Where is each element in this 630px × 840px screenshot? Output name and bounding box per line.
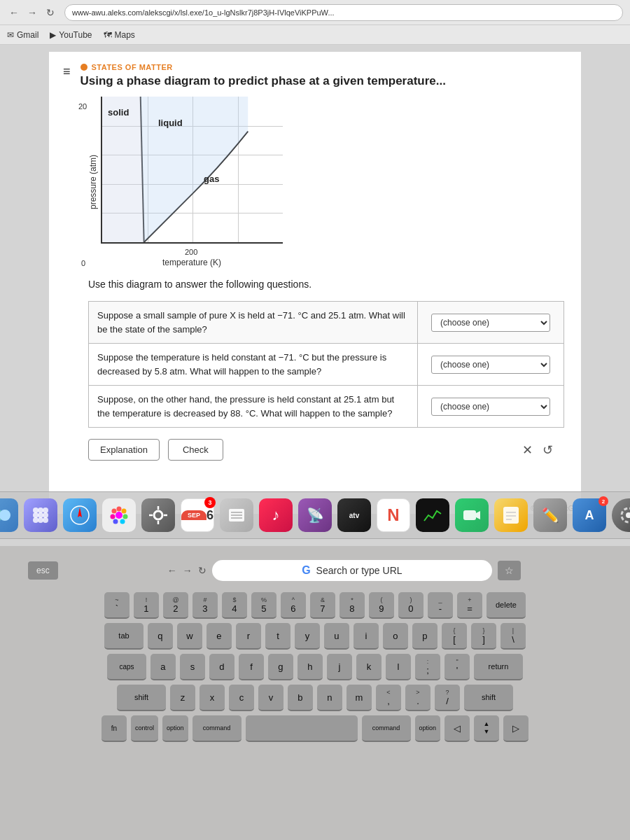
dock-icon-translate[interactable]: A 2 xyxy=(573,498,606,532)
key-command-right[interactable]: command xyxy=(362,715,411,742)
dock-icon-stocks[interactable] xyxy=(416,498,449,532)
refresh-button[interactable]: ↻ xyxy=(43,6,57,20)
dock-icon-appletv[interactable]: atv xyxy=(337,498,371,532)
key-l[interactable]: l xyxy=(386,654,411,680)
key-z[interactable]: z xyxy=(170,685,195,711)
key-caps[interactable]: caps xyxy=(107,654,146,680)
bottom-actions-row: Explanation Check ✕ ↺ xyxy=(88,439,567,461)
key-command-left[interactable]: command xyxy=(192,715,241,742)
key-arrow-right[interactable]: ▷ xyxy=(503,715,528,742)
key-semicolon[interactable]: :; xyxy=(415,654,440,680)
key-control[interactable]: control xyxy=(131,715,158,742)
keyboard-row-1: ~` !1 @2 #3 $4 %5 ^6 &7 *8 (9 )0 _- += d… xyxy=(102,592,528,619)
dock-icon-textedit[interactable]: ✏️ xyxy=(533,498,567,532)
x-mark-icon[interactable]: ✕ xyxy=(522,442,533,458)
key-k[interactable]: k xyxy=(356,654,382,680)
key-arrow-updown[interactable]: ▲ ▼ xyxy=(474,715,499,742)
key-fn[interactable]: fn xyxy=(102,715,127,742)
key-2[interactable]: @2 xyxy=(163,592,188,619)
key-tab[interactable]: tab xyxy=(104,623,144,650)
key-comma[interactable]: <, xyxy=(376,685,401,711)
key-w[interactable]: w xyxy=(177,623,202,650)
key-p[interactable]: p xyxy=(412,623,438,650)
key-option-right[interactable]: option xyxy=(415,715,441,742)
q2-dropdown[interactable]: (choose one) It will freeze. It will mel… xyxy=(431,356,550,374)
key-9[interactable]: (9 xyxy=(369,592,394,619)
dock-icon-system-prefs[interactable] xyxy=(141,498,175,532)
key-delete[interactable]: delete xyxy=(486,592,526,619)
undo-icon[interactable]: ↺ xyxy=(542,442,553,458)
key-4[interactable]: $4 xyxy=(222,592,247,619)
key-n[interactable]: n xyxy=(317,685,342,711)
key-s[interactable]: s xyxy=(180,654,205,680)
bookmark-maps[interactable]: 🗺 Maps xyxy=(104,30,135,40)
key-5[interactable]: %5 xyxy=(251,592,276,619)
key-v[interactable]: v xyxy=(258,685,284,711)
key-3[interactable]: #3 xyxy=(192,592,218,619)
key-d[interactable]: d xyxy=(209,654,234,680)
key-equals[interactable]: += xyxy=(457,592,482,619)
key-slash[interactable]: ?/ xyxy=(435,685,460,711)
key-minus[interactable]: _- xyxy=(428,592,453,619)
esc-key[interactable]: esc xyxy=(28,561,58,580)
key-e[interactable]: e xyxy=(206,623,232,650)
back-button[interactable]: ← xyxy=(7,6,21,20)
key-quote[interactable]: "' xyxy=(444,654,470,680)
key-shift-right[interactable]: shift xyxy=(464,685,513,711)
key-shift-left[interactable]: shift xyxy=(117,685,166,711)
dock-icon-facetime[interactable] xyxy=(455,498,489,532)
key-i[interactable]: i xyxy=(354,623,379,650)
key-arrow-left[interactable]: ◁ xyxy=(444,715,470,742)
key-return[interactable]: return xyxy=(474,654,523,680)
explanation-button[interactable]: Explanation xyxy=(88,439,160,461)
key-option-left[interactable]: option xyxy=(162,715,188,742)
dock-icon-settings[interactable] xyxy=(612,498,630,532)
key-rbracket[interactable]: }] xyxy=(471,623,496,650)
dock-icon-safari[interactable] xyxy=(63,498,97,532)
check-button[interactable]: Check xyxy=(168,439,223,461)
bookmark-youtube[interactable]: ▶ YouTube xyxy=(50,30,92,40)
key-m[interactable]: m xyxy=(346,685,372,711)
dock-icon-calendar[interactable]: SEP 6 3 xyxy=(181,498,214,532)
key-h[interactable]: h xyxy=(298,654,323,680)
key-t[interactable]: t xyxy=(265,623,290,650)
key-tilde[interactable]: ~` xyxy=(104,592,130,619)
key-u[interactable]: u xyxy=(324,623,349,650)
key-q[interactable]: q xyxy=(148,623,173,650)
bookmark-gmail[interactable]: ✉ Gmail xyxy=(7,30,38,40)
dock-icon-podcasts[interactable]: 📡 xyxy=(298,498,332,532)
key-j[interactable]: j xyxy=(327,654,352,680)
dock-icon-finder[interactable] xyxy=(0,498,18,532)
key-period[interactable]: >. xyxy=(405,685,430,711)
key-backslash[interactable]: |\ xyxy=(500,623,526,650)
key-7[interactable]: &7 xyxy=(310,592,335,619)
key-lbracket[interactable]: {[ xyxy=(442,623,467,650)
key-o[interactable]: o xyxy=(383,623,408,650)
key-a[interactable]: a xyxy=(150,654,176,680)
key-y[interactable]: y xyxy=(295,623,320,650)
hamburger-icon[interactable]: ≡ xyxy=(63,64,71,79)
address-bar[interactable]: www-awu.aleks.com/alekscgi/x/lsl.exe/1o_… xyxy=(64,4,623,21)
q1-dropdown[interactable]: (choose one) solid liquid gas xyxy=(431,314,550,332)
dock-icon-photos[interactable] xyxy=(102,498,136,532)
q3-dropdown[interactable]: (choose one) It will freeze. It will mel… xyxy=(431,398,550,416)
key-0[interactable]: )0 xyxy=(398,592,424,619)
key-1[interactable]: !1 xyxy=(134,592,159,619)
key-8[interactable]: *8 xyxy=(340,592,365,619)
dock-icon-notes[interactable] xyxy=(494,498,528,532)
forward-button[interactable]: → xyxy=(25,6,39,20)
key-g[interactable]: g xyxy=(268,654,293,680)
bottom-search-bar[interactable]: G Search or type URL xyxy=(212,560,492,581)
dock-icon-launchpad[interactable] xyxy=(24,498,57,532)
key-x[interactable]: x xyxy=(200,685,225,711)
dock-icon-music[interactable]: ♪ xyxy=(259,498,293,532)
key-b[interactable]: b xyxy=(288,685,313,711)
bookmark-star-button[interactable]: ☆ xyxy=(498,561,521,580)
key-space[interactable] xyxy=(246,715,358,742)
key-r[interactable]: r xyxy=(236,623,261,650)
key-6[interactable]: ^6 xyxy=(281,592,306,619)
dock-icon-news[interactable]: N xyxy=(377,498,410,532)
key-c[interactable]: c xyxy=(229,685,254,711)
key-f[interactable]: f xyxy=(239,654,264,680)
dock-icon-finder2[interactable] xyxy=(220,498,253,532)
